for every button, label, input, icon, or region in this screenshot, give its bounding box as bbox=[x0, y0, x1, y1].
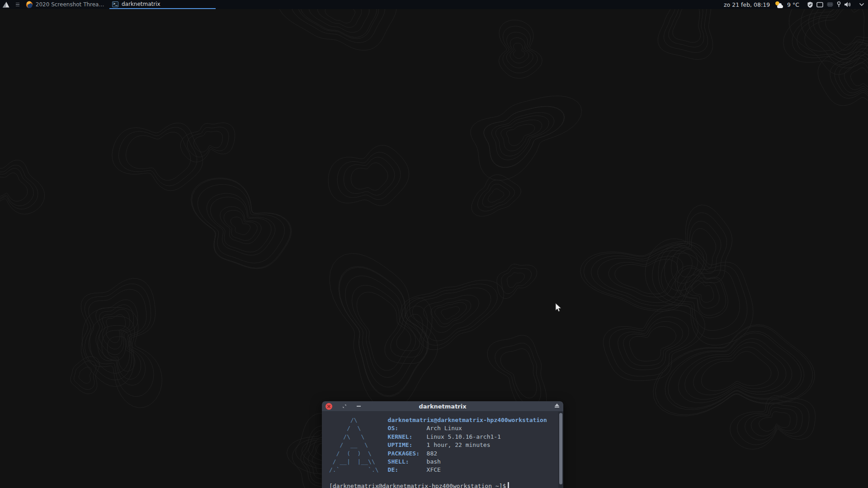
shield-check-icon bbox=[807, 1, 813, 8]
minimize-button[interactable] bbox=[357, 406, 361, 407]
panel-clock[interactable]: zo 21 feb, 08:19 bbox=[724, 1, 770, 8]
app-menu-triangle-icon bbox=[2, 1, 9, 8]
fetch-row-uptime: UPTIME:1 hour, 22 minutes bbox=[388, 441, 547, 449]
taskbar-item-label: darknetmatrix bbox=[122, 1, 160, 7]
taskbar-item-label: 2020 Screenshot Thread :... bbox=[36, 1, 105, 8]
desktop: 2020 Screenshot Thread :... >_ darknetma… bbox=[0, 0, 868, 488]
terminal-icon: >_ bbox=[112, 1, 118, 7]
fetch-output: /\ / \ /\ \ / __ \ / ( ) \ / __| |__\\ /… bbox=[329, 416, 555, 474]
restore-button[interactable] bbox=[342, 404, 347, 408]
top-panel: 2020 Screenshot Thread :... >_ darknetma… bbox=[0, 0, 868, 9]
panel-overflow-button[interactable] bbox=[859, 3, 864, 6]
display-icon bbox=[816, 2, 823, 8]
weather-temperature[interactable]: 9 °C bbox=[787, 1, 799, 8]
minimize-icon bbox=[357, 406, 361, 407]
fetch-row-packages: PACKAGES:882 bbox=[388, 450, 547, 458]
fetch-row-kernel: KERNEL:Linux 5.10.16-arch1-1 bbox=[388, 433, 547, 441]
tray-volume-button[interactable] bbox=[844, 1, 851, 8]
taskbar-item-terminal[interactable]: >_ darknetmatrix bbox=[109, 0, 216, 9]
window-list-button[interactable] bbox=[12, 0, 24, 9]
tray-shield-check-button[interactable] bbox=[807, 1, 813, 8]
tray-display-button[interactable] bbox=[816, 2, 823, 8]
chevron-down-icon bbox=[859, 3, 864, 6]
tray-app-indicator-button[interactable] bbox=[826, 1, 834, 8]
fetch-row-de: DE:XFCE bbox=[388, 466, 547, 474]
firefox-icon bbox=[26, 1, 33, 8]
scrollbar-thumb[interactable] bbox=[559, 413, 562, 484]
terminal-scrollbar[interactable] bbox=[558, 412, 563, 488]
sun-cloud-icon[interactable] bbox=[775, 1, 783, 8]
window-list-icon bbox=[14, 3, 21, 7]
text-cursor bbox=[508, 482, 509, 488]
shell-prompt: [darknetmatrix@darknetmatrix-hpz400works… bbox=[329, 482, 555, 488]
taskbar-item-firefox[interactable]: 2020 Screenshot Thread :... bbox=[24, 0, 108, 9]
volume-icon bbox=[844, 1, 851, 8]
app-indicator-icon bbox=[826, 1, 834, 8]
shade-button[interactable] bbox=[555, 404, 559, 408]
close-icon bbox=[327, 404, 331, 408]
app-menu-button[interactable] bbox=[0, 0, 12, 9]
mouse-cursor bbox=[555, 303, 562, 313]
terminal-content[interactable]: /\ / \ /\ \ / __ \ / ( ) \ / __| |__\\ /… bbox=[322, 412, 563, 488]
close-button[interactable] bbox=[326, 403, 332, 410]
location-pin-icon bbox=[837, 1, 841, 8]
tray-location-button[interactable] bbox=[837, 1, 841, 8]
restore-icon bbox=[342, 404, 347, 408]
terminal-window: darknetmatrix /\ / \ /\ \ / __ \ / ( ) \… bbox=[322, 401, 563, 488]
terminal-titlebar[interactable]: darknetmatrix bbox=[322, 401, 563, 412]
fetch-hostname: darknetmatrix@darknetmatrix-hpz400workst… bbox=[388, 416, 547, 424]
fetch-row-shell: SHELL:bash bbox=[388, 458, 547, 466]
arch-ascii-logo: /\ / \ /\ \ / __ \ / ( ) \ / __| |__\\ /… bbox=[329, 416, 379, 474]
fetch-row-os: OS:Arch Linux bbox=[388, 424, 547, 432]
shade-icon bbox=[555, 404, 559, 406]
